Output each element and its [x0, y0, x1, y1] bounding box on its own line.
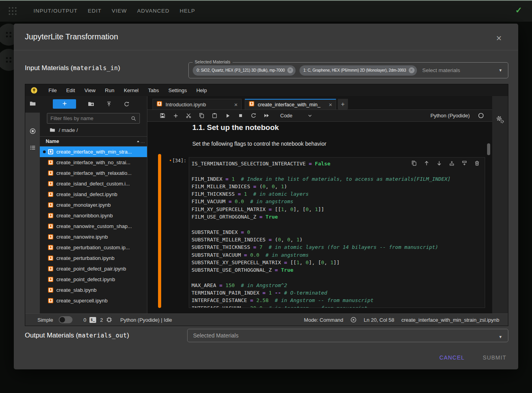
selected-materials-field[interactable]: Selected Materials 0: SiO2, Quartz, HEX …	[188, 62, 508, 78]
cut-icon[interactable]	[182, 111, 195, 120]
restart-kernel-icon[interactable]	[247, 111, 260, 120]
tab-create-interface-with-min[interactable]: create_interface_with_min_×	[245, 99, 336, 109]
kernel-chip-icon[interactable]	[106, 317, 112, 323]
app-logo-dots-icon[interactable]	[9, 7, 17, 15]
cancel-button[interactable]: CANCEL	[439, 354, 465, 361]
move-cell-down-icon[interactable]	[436, 160, 442, 166]
notebook-file-icon	[48, 255, 54, 261]
property-inspector-gear-icon[interactable]	[495, 115, 505, 124]
tab-close-icon[interactable]: ×	[329, 102, 332, 107]
mode-indicator[interactable]: Mode: Command	[304, 317, 343, 323]
file-item-create-supercell-ipynb[interactable]: create_supercell.ipynb	[40, 295, 147, 306]
file-list-header[interactable]: Name …	[40, 136, 147, 146]
breadcrumb[interactable]: / made /	[40, 124, 147, 136]
cursor-position[interactable]: Ln 20, Col 58	[364, 317, 394, 323]
app-menu-input-output[interactable]: INPUT/OUTPUT	[28, 8, 83, 14]
code-editor[interactable]: IS_TERMINATIONS_SELECTION_INTERACTIVE = …	[189, 157, 485, 308]
app-menu-edit[interactable]: EDIT	[83, 8, 107, 14]
file-item-create-point-defect-pair-ipynb[interactable]: create_point_defect_pair.ipynb	[40, 263, 147, 274]
file-item-create-nanoribbon-ipynb[interactable]: create_nanoribbon.ipynb	[40, 210, 147, 221]
delete-cell-icon[interactable]	[474, 160, 480, 166]
kernel-count[interactable]: 2	[100, 317, 103, 323]
jl-menu-edit[interactable]: Edit	[61, 87, 80, 93]
jl-menu-settings[interactable]: Settings	[164, 87, 192, 93]
file-item-create-point-defect-ipynb[interactable]: create_point_defect.ipynb	[40, 274, 147, 285]
duplicate-cell-icon[interactable]	[411, 160, 417, 166]
move-cell-up-icon[interactable]	[424, 160, 430, 166]
file-item-create-interface-with-no-strai[interactable]: create_interface_with_no_strai...	[40, 157, 147, 168]
file-item-create-interface-with-min-stra[interactable]: create_interface_with_min_stra...	[40, 146, 147, 157]
file-item-create-perturbation-ipynb[interactable]: create_perturbation.ipynb	[40, 253, 147, 263]
app-menu-view[interactable]: VIEW	[107, 8, 132, 14]
new-launcher-button[interactable]	[53, 99, 76, 109]
file-item-create-slab-ipynb[interactable]: create_slab.ipynb	[40, 285, 147, 295]
terminal-count[interactable]: 0	[84, 317, 86, 323]
chip-remove-icon[interactable]: ×	[409, 67, 415, 73]
files-tab[interactable]	[25, 96, 40, 113]
filter-files-input[interactable]	[50, 115, 131, 121]
running-kernels-tab[interactable]	[25, 124, 40, 140]
file-item-create-interface-with-relaxatio[interactable]: create_interface_with_relaxatio...	[40, 168, 147, 178]
dropdown-arrow-icon[interactable]: ▼	[499, 335, 502, 339]
code-line: SUBSTRATE_INDEX = 0	[192, 228, 485, 236]
output-label-code: materials_out	[78, 332, 127, 339]
tab-close-icon[interactable]: ×	[234, 102, 238, 107]
file-item-create-nanowire-custom-shap[interactable]: create_nanowire_custom_shap...	[40, 221, 147, 232]
active-cell-bar	[158, 154, 161, 308]
tab-introduction-ipynb[interactable]: Introduction.ipynb×	[153, 99, 242, 109]
insert-cell-icon[interactable]	[169, 111, 182, 120]
lightbulb-icon[interactable]	[31, 87, 37, 94]
terminal-icon[interactable]: $_	[89, 317, 96, 323]
jl-menu-tabs[interactable]: Tabs	[143, 87, 164, 93]
jl-menu-view[interactable]: View	[80, 87, 100, 93]
code-cell[interactable]: •[34]: IS_TERMINATIONS_	[158, 154, 485, 308]
jl-menu-help[interactable]: Help	[192, 87, 212, 93]
material-chip-1[interactable]: 1: C, Graphene, HEX (P6/mmm) 2D (Monolay…	[299, 65, 417, 76]
save-icon[interactable]	[156, 111, 169, 120]
dropdown-arrow-icon[interactable]: ▼	[499, 68, 502, 72]
file-item-create-monolayer-ipynb[interactable]: create_monolayer.ipynb	[40, 200, 147, 210]
material-chip-0[interactable]: 0: SiO2, Quartz, HEX (P3_121) 3D (Bulk),…	[193, 65, 296, 76]
dialog-close-icon[interactable]: ×	[496, 34, 502, 43]
jupyter-menu: FileEditViewRunKernelTabsSettingsHelp	[44, 87, 212, 93]
simple-mode-toggle[interactable]	[59, 316, 73, 323]
refresh-icon[interactable]	[124, 101, 130, 107]
notebook-content[interactable]: 1.1. Set up the notebook Set the followi…	[147, 122, 492, 313]
restart-run-all-icon[interactable]	[260, 111, 273, 120]
output-materials-select[interactable]: Selected Materials ▼	[187, 329, 508, 342]
new-tab-button[interactable]: +	[338, 99, 348, 109]
file-item-create-perturbation-custom-ip[interactable]: create_perturbation_custom.ip...	[40, 242, 147, 253]
chevron-down-icon[interactable]	[303, 111, 316, 120]
run-icon[interactable]	[221, 111, 234, 120]
kernel-status-text[interactable]: Python (Pyodide) | Idle	[120, 317, 172, 323]
jl-menu-file[interactable]: File	[44, 87, 61, 93]
copy-icon[interactable]	[195, 111, 208, 120]
file-item-create-island-defect-ipynb[interactable]: create_island_defect.ipynb	[40, 189, 147, 200]
more-columns-icon[interactable]: …	[140, 139, 145, 144]
insert-cell-below-icon[interactable]	[461, 160, 467, 166]
jl-menu-kernel[interactable]: Kernel	[119, 87, 143, 93]
kernel-status-icon[interactable]	[474, 111, 487, 120]
upload-icon[interactable]	[106, 101, 112, 107]
output-materials-label: Output Materials (materials_out)	[25, 332, 129, 339]
app-menu-advanced[interactable]: ADVANCED	[132, 8, 175, 14]
notebook-scrollbar-thumb[interactable]	[487, 143, 490, 155]
trust-circle-x-icon[interactable]	[350, 317, 357, 323]
dirty-dot-icon: •	[169, 158, 172, 163]
new-folder-icon[interactable]	[88, 101, 94, 107]
file-item-create-nanowire-ipynb[interactable]: create_nanowire.ipynb	[40, 232, 147, 242]
app-menu-help[interactable]: HELP	[175, 8, 200, 14]
name-column-header[interactable]: Name	[46, 139, 59, 144]
file-item-create-island-defect-custom-i[interactable]: create_island_defect_custom.i...	[40, 178, 147, 189]
cell-type-dropdown[interactable]: Code	[280, 113, 292, 119]
file-list: create_interface_with_min_stra...create_…	[40, 146, 147, 313]
paste-icon[interactable]	[208, 111, 221, 120]
table-of-contents-tab[interactable]	[25, 140, 40, 157]
submit-button[interactable]: SUBMIT	[483, 354, 506, 361]
kernel-name-button[interactable]: Python (Pyodide)	[430, 113, 470, 119]
chip-remove-icon[interactable]: ×	[287, 67, 293, 73]
jl-menu-run[interactable]: Run	[100, 87, 119, 93]
insert-cell-above-icon[interactable]	[449, 160, 455, 166]
input-label-suffix: )	[118, 64, 120, 72]
stop-icon[interactable]	[234, 111, 247, 120]
